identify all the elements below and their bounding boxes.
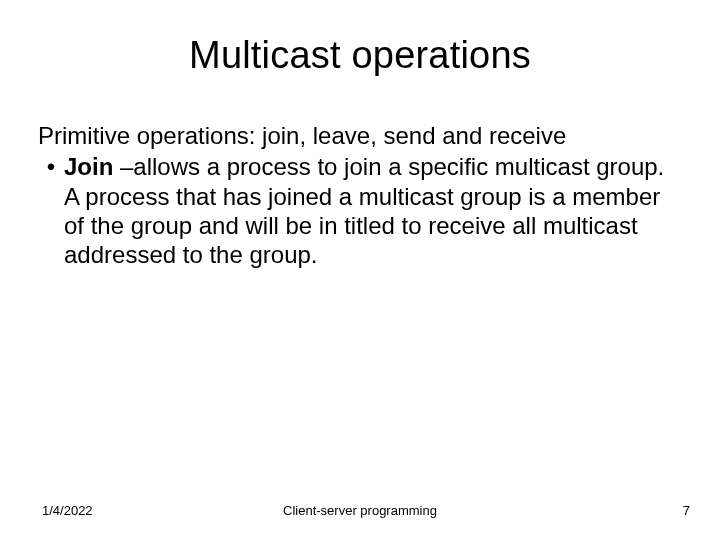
bullet-item: • Join –allows a process to join a speci…: [38, 152, 682, 269]
bullet-marker: •: [38, 152, 64, 181]
footer-page-number: 7: [683, 503, 690, 518]
footer-center: Client-server programming: [0, 503, 720, 518]
bullet-text: Join –allows a process to join a specifi…: [64, 152, 682, 269]
slide-title: Multicast operations: [38, 34, 682, 77]
slide-footer: 1/4/2022 Client-server programming 7: [0, 500, 720, 518]
bullet-term: Join: [64, 153, 113, 180]
bullet-rest: –allows a process to join a specific mul…: [64, 153, 664, 268]
slide: Multicast operations Primitive operation…: [0, 0, 720, 540]
intro-line: Primitive operations: join, leave, send …: [38, 121, 682, 150]
slide-body: Primitive operations: join, leave, send …: [38, 121, 682, 269]
